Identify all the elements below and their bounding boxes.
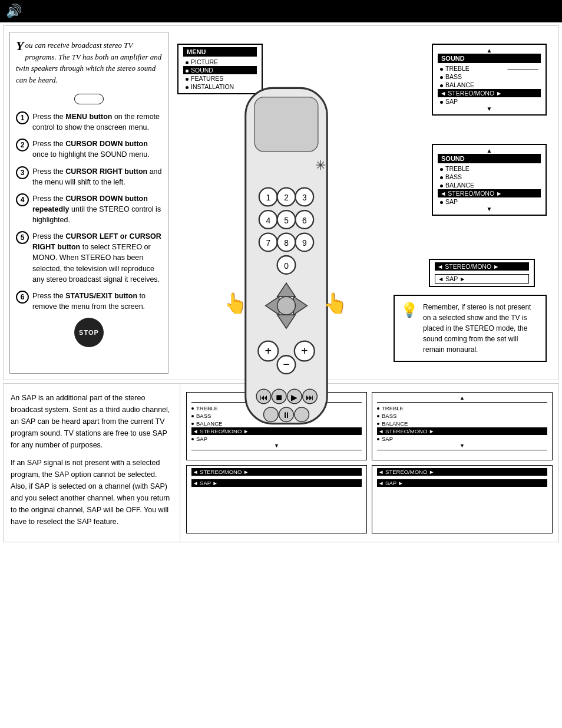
stereo-selected-sap: ◄ SAP ► (435, 274, 529, 284)
menu-arrow-up: ▲ (438, 47, 541, 54)
svg-text:👆: 👆 (323, 291, 345, 315)
step-3: 3 Press the CURSOR RIGHT button and the … (16, 166, 162, 187)
svg-text:⏹: ⏹ (275, 393, 283, 402)
svg-text:3: 3 (302, 193, 307, 202)
svg-point-41 (264, 407, 279, 422)
sound-item-treble: TREBLE ————— (438, 64, 541, 73)
svg-rect-1 (254, 97, 318, 151)
speaker-icon: 🔊 (6, 5, 22, 18)
stop-badge: STOP (74, 318, 104, 347)
mm3-row-sap: ◄ SAP ► (191, 479, 362, 487)
step-5-text: Press the CURSOR LEFT or CURSOR RIGHT bu… (32, 231, 162, 285)
step-4-text: Press the CURSOR DOWN button repeatedly … (32, 193, 162, 225)
instructions-panel: You can receive broadcast stereo TV prog… (9, 32, 168, 374)
step-6-text: Press the STATUS/EXIT button to remove t… (32, 291, 162, 312)
step-6-circle: 6 (16, 291, 29, 304)
svg-text:⏭: ⏭ (306, 393, 314, 402)
stereo-arrow-up: ▲ (438, 147, 541, 154)
mm2-row-bass: BASS (377, 412, 547, 420)
stereo-selected-box: ◄ STEREO/MONO ► ◄ SAP ► (429, 259, 535, 287)
step-4: 4 Press the CURSOR DOWN button repeatedl… (16, 193, 162, 225)
step-2-circle: 2 (16, 139, 29, 151)
svg-text:2: 2 (284, 193, 289, 202)
remote-svg: 1 2 3 4 5 6 7 8 9 0 (227, 79, 345, 442)
svg-text:4: 4 (266, 216, 270, 225)
svg-text:9: 9 (302, 238, 307, 248)
step-1-text: Press the MENU button on the remote cont… (32, 111, 162, 133)
stereo-item-stereo: ◄ STEREO/MONO ► (438, 189, 541, 197)
mm2-row-balance: BALANCE (377, 420, 547, 427)
svg-point-44 (295, 407, 309, 422)
step-1: 1 Press the MENU button on the remote co… (16, 111, 162, 133)
stereo-menu-title: SOUND (438, 154, 541, 163)
svg-point-26 (277, 297, 296, 315)
step-5-circle: 5 (16, 231, 29, 244)
diagram-area: MENU PICTURE SOUND FEATURES INSTALLATION… (174, 32, 553, 374)
stereo-menu-mid: ▲ SOUND TREBLE BASS BALANCE ◄ STEREO/MON… (432, 144, 547, 216)
svg-text:−: − (283, 358, 290, 371)
svg-text:✳: ✳ (315, 159, 326, 173)
mini-menu-4: ◄ STEREO/MONO ► ◄ SAP ► (372, 465, 553, 533)
mini-menu-3: ◄ STEREO/MONO ► ◄ SAP ► (186, 465, 367, 533)
svg-text:⏸: ⏸ (282, 410, 290, 420)
mm2-bottom: ▼ (377, 443, 547, 450)
tip-box: 💡 Remember, if stereo is not present on … (394, 295, 547, 362)
sound-menu-box: ▲ SOUND TREBLE ————— BASS BALANCE ◄ STER… (432, 44, 547, 116)
sound-item-balance: BALANCE (438, 81, 541, 89)
sound-menu-title: SOUND (438, 54, 541, 63)
mm2-row-treble: TREBLE (377, 404, 547, 412)
mm4-row-stereo: ◄ STEREO/MONO ► (377, 468, 547, 476)
svg-text:7: 7 (266, 238, 270, 248)
stereo-arrow-down2: ▼ (438, 206, 541, 212)
menu-item-sound: SOUND (183, 66, 257, 74)
sound-item-bass: BASS (438, 73, 541, 81)
svg-text:0: 0 (284, 261, 289, 271)
svg-text:👆: 👆 (227, 291, 248, 315)
svg-text:5: 5 (284, 216, 289, 225)
svg-text:1: 1 (266, 193, 270, 202)
svg-text:8: 8 (284, 238, 289, 248)
mm2-title: ▲ (377, 395, 547, 403)
mini-menu-2: ▲ TREBLE BASS BALANCE ◄ STEREO/MONO ► SA… (372, 392, 553, 460)
stereo-item-sap: SAP (438, 197, 541, 206)
step-4-circle: 4 (16, 193, 29, 206)
tip-bulb-icon: 💡 (401, 302, 418, 318)
step-1-circle: 1 (16, 111, 29, 124)
intro-text: You can receive broadcast stereo TV prog… (16, 39, 162, 85)
header-bar: 🔊 (0, 0, 562, 22)
stereo-item-treble: TREBLE (438, 164, 541, 173)
mm2-row-sap: SAP (377, 435, 547, 443)
remote-pill-icon (74, 94, 104, 104)
step-3-circle: 3 (16, 166, 29, 179)
step-3-text: Press the CURSOR RIGHT button and the me… (32, 166, 162, 187)
main-content: You can receive broadcast stereo TV prog… (3, 25, 559, 380)
big-letter-y: Y (16, 39, 24, 52)
remote-control: 1 2 3 4 5 6 7 8 9 0 (227, 79, 345, 443)
step-2-text: Press the CURSOR DOWN button once to hig… (32, 139, 162, 160)
audio-icon: 🔊 (6, 5, 22, 18)
mm1-bottom: ▼ (191, 443, 362, 450)
sound-item-sap: SAP (438, 97, 541, 106)
intro-body: ou can receive broadcast stereo TV progr… (16, 41, 161, 84)
svg-text:▶: ▶ (291, 393, 297, 402)
svg-text:+: + (301, 344, 308, 357)
sound-item-stereo: ◄ STEREO/MONO ► (438, 89, 541, 97)
svg-text:+: + (265, 344, 272, 357)
step-2: 2 Press the CURSOR DOWN button once to h… (16, 139, 162, 160)
mm4-row-sap: ◄ SAP ► (377, 479, 547, 487)
sap-para-1: An SAP is an additional part of the ster… (11, 392, 173, 451)
menu-item-picture: PICTURE (183, 58, 257, 66)
mm2-row-stereo: ◄ STEREO/MONO ► (377, 427, 547, 435)
mm3-row-stereo: ◄ STEREO/MONO ► (191, 468, 362, 476)
step-6: 6 Press the STATUS/EXIT button to remove… (16, 291, 162, 312)
stereo-item-bass: BASS (438, 173, 541, 181)
svg-text:⏮: ⏮ (260, 393, 268, 402)
menu-arrow-down: ▼ (438, 106, 541, 112)
main-menu-title: MENU (183, 47, 257, 57)
stereo-selected-stereo: ◄ STEREO/MONO ► (435, 262, 529, 271)
svg-text:6: 6 (302, 216, 307, 225)
sap-para-2: If an SAP signal is not present with a s… (11, 457, 173, 528)
sap-description: An SAP is an additional part of the ster… (4, 384, 180, 542)
step-5: 5 Press the CURSOR LEFT or CURSOR RIGHT … (16, 231, 162, 285)
stereo-item-balance: BALANCE (438, 181, 541, 189)
